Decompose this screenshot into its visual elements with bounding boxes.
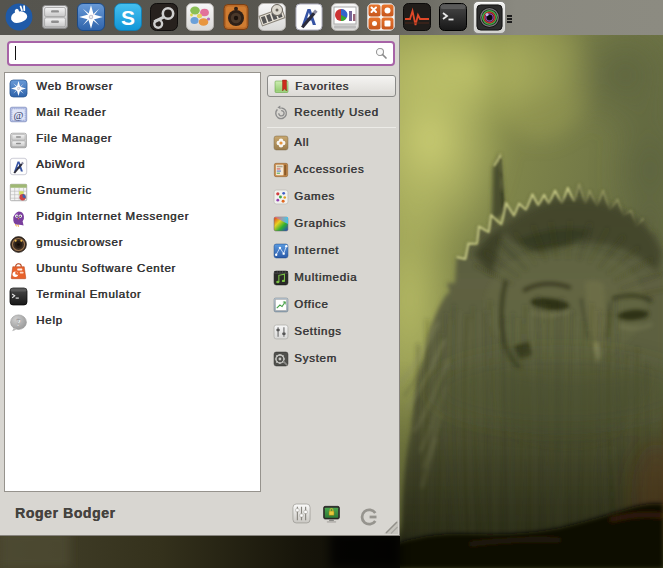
svg-text:@: @ (14, 109, 24, 121)
svg-text:S: S (121, 6, 135, 29)
svg-text:?: ? (16, 317, 21, 329)
